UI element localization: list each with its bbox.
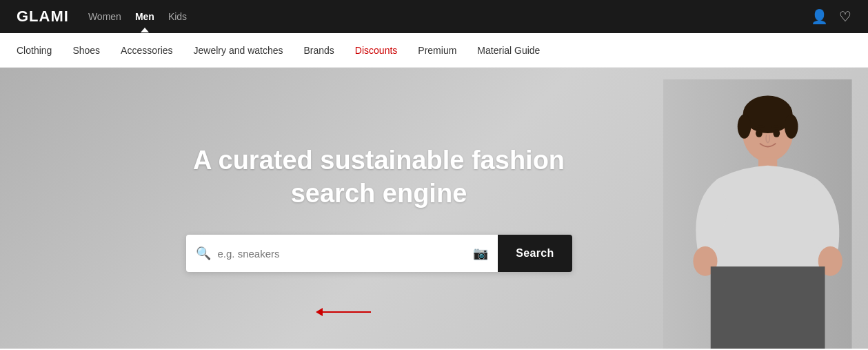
top-nav-links: Women Men Kids	[88, 11, 187, 22]
search-icon: 🔍	[196, 246, 211, 261]
hero-content: A curated sustainable fashion search eng…	[186, 144, 572, 272]
search-input[interactable]	[218, 248, 467, 260]
sec-nav-accessories[interactable]: Accessories	[121, 45, 172, 56]
sec-nav-clothing[interactable]: Clothing	[17, 45, 52, 56]
camera-icon[interactable]: 📷	[473, 246, 488, 261]
sec-nav-shoes[interactable]: Shoes	[72, 45, 100, 56]
svg-point-10	[756, 129, 763, 137]
secondary-nav: Clothing Shoes Accessories Jewelry and w…	[0, 33, 868, 68]
hero-person-image	[647, 68, 868, 349]
hero-title-line2: search engine	[291, 179, 467, 208]
search-bar: 🔍 📷 Search	[186, 235, 572, 272]
nav-link-women[interactable]: Women	[88, 11, 121, 22]
logo[interactable]: GLAMI	[17, 8, 69, 26]
top-nav-icons: 👤 ♡	[811, 8, 851, 25]
arrow-head	[316, 308, 323, 316]
arrow-annotation	[316, 308, 371, 316]
nav-link-men[interactable]: Men	[135, 11, 154, 22]
svg-rect-9	[711, 266, 825, 349]
hero-title-line1: A curated sustainable fashion	[193, 146, 565, 175]
svg-point-11	[773, 129, 780, 137]
hero-title: A curated sustainable fashion search eng…	[186, 144, 572, 210]
sec-nav-jewelry[interactable]: Jewelry and watches	[194, 45, 283, 56]
account-icon[interactable]: 👤	[811, 8, 828, 25]
sec-nav-discounts[interactable]: Discounts	[355, 45, 397, 56]
svg-point-5	[738, 115, 751, 139]
search-input-wrap: 🔍 📷	[186, 235, 498, 272]
wishlist-icon[interactable]: ♡	[839, 8, 851, 25]
search-button[interactable]: Search	[498, 235, 572, 272]
sec-nav-premium[interactable]: Premium	[418, 45, 456, 56]
top-nav-left: GLAMI Women Men Kids	[17, 8, 187, 26]
sec-nav-brands[interactable]: Brands	[304, 45, 334, 56]
svg-point-6	[785, 115, 798, 139]
arrow-line	[323, 311, 371, 313]
hero-section: A curated sustainable fashion search eng…	[0, 68, 868, 349]
top-nav: GLAMI Women Men Kids 👤 ♡	[0, 0, 868, 33]
nav-link-kids[interactable]: Kids	[168, 11, 187, 22]
sec-nav-material-guide[interactable]: Material Guide	[477, 45, 540, 56]
